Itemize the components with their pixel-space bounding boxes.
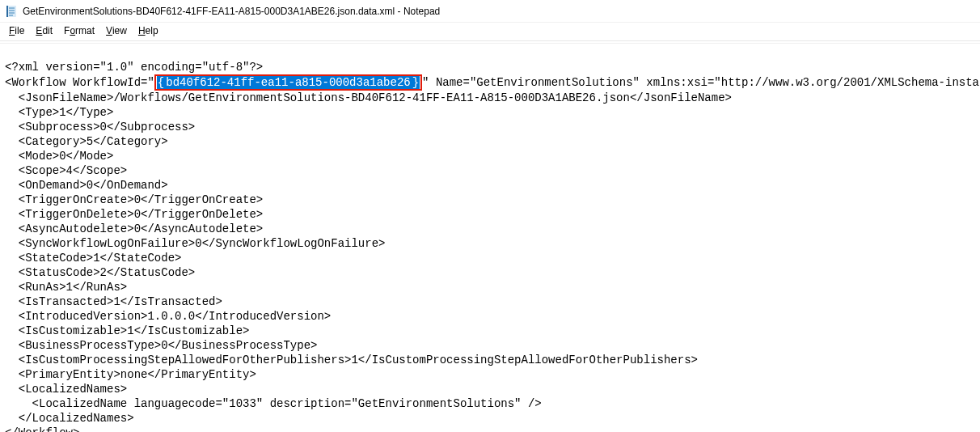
editor-line: </LocalizedNames> — [5, 412, 134, 425]
menu-bar: File Edit Format View Help — [0, 23, 980, 39]
editor-line: <Subprocess>0</Subprocess> — [5, 121, 195, 133]
editor-line: <Category>5</Category> — [5, 135, 168, 148]
text-editor[interactable]: <?xml version="1.0" encoding="utf-8"?> <… — [0, 44, 980, 432]
editor-line: <IsCustomizable>1</IsCustomizable> — [5, 324, 249, 337]
menu-file[interactable]: File — [3, 24, 30, 37]
editor-line: <RunAs>1</RunAs> — [5, 281, 127, 294]
menu-view[interactable]: View — [100, 24, 133, 37]
editor-line: <AsyncAutodelete>0</AsyncAutodelete> — [5, 222, 263, 235]
editor-line: <LocalizedNames> — [5, 383, 127, 396]
editor-line: <TriggerOnCreate>0</TriggerOnCreate> — [5, 193, 263, 206]
editor-line: <JsonFileName>/Workflows/GetEnvironmentS… — [5, 91, 732, 104]
editor-line: <Mode>0</Mode> — [5, 150, 113, 163]
window-title: GetEnvironmentSolutions-BD40F612-41FF-EA… — [23, 6, 440, 17]
selection-text: bd40f612-41ff-ea11-a815-000d3a1abe26 — [165, 76, 411, 89]
editor-line: <SyncWorkflowLogOnFailure>0</SyncWorkflo… — [5, 237, 385, 250]
editor-line: <StatusCode>2</StatusCode> — [5, 266, 195, 279]
editor-line: <Scope>4</Scope> — [5, 164, 127, 177]
editor-line: <Workflow WorkflowId=" — [5, 76, 154, 89]
svg-rect-1 — [6, 6, 8, 17]
menu-help[interactable]: Help — [133, 24, 164, 37]
editor-line: <IsCustomProcessingStepAllowedForOtherPu… — [5, 354, 698, 366]
editor-line: <Type>1</Type> — [5, 106, 113, 119]
menu-edit[interactable]: Edit — [30, 24, 58, 37]
menu-format[interactable]: Format — [58, 24, 100, 37]
menu-separator — [0, 40, 980, 41]
editor-line: <?xml version="1.0" encoding="utf-8"?> — [5, 61, 263, 74]
editor-line: <StateCode>1</StateCode> — [5, 252, 181, 265]
editor-line: <TriggerOnDelete>0</TriggerOnDelete> — [5, 208, 263, 221]
editor-line: </Workflow> — [5, 426, 79, 432]
selection-highlight-box: {bd40f612-41ff-ea11-a815-000d3a1abe26} — [154, 74, 422, 91]
editor-line: <IntroducedVersion>1.0.0.0</IntroducedVe… — [5, 310, 331, 323]
editor-line: <LocalizedName languagecode="1033" descr… — [5, 397, 542, 410]
editor-line: <OnDemand>0</OnDemand> — [5, 179, 168, 192]
editor-line: <IsTransacted>1</IsTransacted> — [5, 295, 222, 308]
title-bar: GetEnvironmentSolutions-BD40F612-41FF-EA… — [0, 0, 980, 23]
selection-text: { — [157, 76, 165, 89]
selection-text: } — [412, 76, 420, 89]
editor-line: <PrimaryEntity>none</PrimaryEntity> — [5, 368, 256, 381]
editor-line: <BusinessProcessType>0</BusinessProcessT… — [5, 339, 317, 352]
notepad-icon — [5, 5, 18, 18]
editor-line: " Name="GetEnvironmentSolutions" xmlns:x… — [422, 76, 980, 89]
